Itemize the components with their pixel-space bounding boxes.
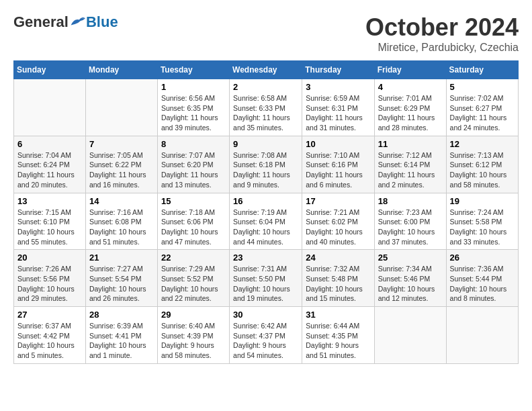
day-info: Sunrise: 6:40 AM Sunset: 4:39 PM Dayligh… [161, 322, 215, 359]
table-row: 1Sunrise: 6:56 AM Sunset: 6:35 PM Daylig… [157, 79, 229, 136]
day-info: Sunrise: 7:08 AM Sunset: 6:18 PM Dayligh… [233, 151, 290, 189]
logo-blue-text: Blue [86, 13, 118, 31]
day-number: 15 [161, 196, 226, 206]
day-info: Sunrise: 7:16 AM Sunset: 6:08 PM Dayligh… [89, 208, 146, 246]
table-row: 20Sunrise: 7:26 AM Sunset: 5:56 PM Dayli… [14, 250, 86, 307]
day-info: Sunrise: 6:42 AM Sunset: 4:37 PM Dayligh… [233, 322, 287, 359]
day-number: 18 [378, 196, 443, 206]
table-row: 12Sunrise: 7:13 AM Sunset: 6:12 PM Dayli… [446, 136, 518, 193]
day-number: 1 [161, 82, 226, 92]
col-monday: Monday [85, 61, 157, 79]
day-number: 31 [306, 310, 370, 320]
day-info: Sunrise: 6:56 AM Sunset: 6:35 PM Dayligh… [161, 94, 218, 132]
day-number: 5 [450, 82, 515, 92]
day-info: Sunrise: 6:39 AM Sunset: 4:41 PM Dayligh… [89, 322, 146, 359]
day-info: Sunrise: 7:05 AM Sunset: 6:22 PM Dayligh… [89, 151, 146, 189]
col-sunday: Sunday [14, 61, 86, 79]
col-friday: Friday [374, 61, 446, 79]
table-row: 11Sunrise: 7:12 AM Sunset: 6:14 PM Dayli… [374, 136, 446, 193]
table-row: 17Sunrise: 7:21 AM Sunset: 6:02 PM Dayli… [302, 193, 374, 250]
day-info: Sunrise: 7:07 AM Sunset: 6:20 PM Dayligh… [161, 151, 218, 189]
day-info: Sunrise: 7:27 AM Sunset: 5:54 PM Dayligh… [89, 265, 146, 302]
table-row: 25Sunrise: 7:34 AM Sunset: 5:46 PM Dayli… [374, 250, 446, 307]
col-wednesday: Wednesday [230, 61, 302, 79]
day-info: Sunrise: 7:19 AM Sunset: 6:04 PM Dayligh… [233, 208, 290, 246]
day-number: 14 [89, 196, 154, 206]
table-row: 26Sunrise: 7:36 AM Sunset: 5:44 PM Dayli… [446, 250, 518, 307]
table-row: 23Sunrise: 7:31 AM Sunset: 5:50 PM Dayli… [230, 250, 302, 307]
logo-general-text: General [13, 13, 69, 31]
day-number: 17 [306, 196, 370, 206]
title-block: October 2024 Miretice, Pardubicky, Czech… [365, 13, 519, 54]
table-row: 30Sunrise: 6:42 AM Sunset: 4:37 PM Dayli… [230, 307, 302, 364]
day-info: Sunrise: 7:21 AM Sunset: 6:02 PM Dayligh… [306, 208, 363, 246]
day-info: Sunrise: 7:36 AM Sunset: 5:44 PM Dayligh… [450, 265, 507, 302]
day-number: 6 [17, 139, 82, 149]
day-number: 26 [450, 253, 515, 263]
day-info: Sunrise: 7:01 AM Sunset: 6:29 PM Dayligh… [378, 94, 435, 132]
table-row: 10Sunrise: 7:10 AM Sunset: 6:16 PM Dayli… [302, 136, 374, 193]
day-info: Sunrise: 6:59 AM Sunset: 6:31 PM Dayligh… [306, 94, 363, 132]
table-row: 8Sunrise: 7:07 AM Sunset: 6:20 PM Daylig… [157, 136, 229, 193]
day-number: 25 [378, 253, 443, 263]
day-number: 3 [306, 82, 370, 92]
day-info: Sunrise: 7:12 AM Sunset: 6:14 PM Dayligh… [378, 151, 435, 189]
day-info: Sunrise: 7:13 AM Sunset: 6:12 PM Dayligh… [450, 151, 507, 189]
calendar-week-row: 27Sunrise: 6:37 AM Sunset: 4:42 PM Dayli… [14, 307, 519, 364]
day-info: Sunrise: 6:37 AM Sunset: 4:42 PM Dayligh… [17, 322, 75, 359]
day-info: Sunrise: 7:15 AM Sunset: 6:10 PM Dayligh… [17, 208, 75, 246]
day-number: 10 [306, 139, 370, 149]
table-row: 19Sunrise: 7:24 AM Sunset: 5:58 PM Dayli… [446, 193, 518, 250]
day-info: Sunrise: 6:44 AM Sunset: 4:35 PM Dayligh… [306, 322, 359, 359]
day-info: Sunrise: 7:29 AM Sunset: 5:52 PM Dayligh… [161, 265, 218, 302]
day-number: 4 [378, 82, 443, 92]
day-info: Sunrise: 7:10 AM Sunset: 6:16 PM Dayligh… [306, 151, 363, 189]
table-row: 22Sunrise: 7:29 AM Sunset: 5:52 PM Dayli… [157, 250, 229, 307]
logo-bird-icon [70, 15, 86, 29]
table-row: 31Sunrise: 6:44 AM Sunset: 4:35 PM Dayli… [302, 307, 374, 364]
calendar-week-row: 13Sunrise: 7:15 AM Sunset: 6:10 PM Dayli… [14, 193, 519, 250]
day-number: 19 [450, 196, 515, 206]
table-row: 3Sunrise: 6:59 AM Sunset: 6:31 PM Daylig… [302, 79, 374, 136]
col-tuesday: Tuesday [157, 61, 229, 79]
day-number: 21 [89, 253, 154, 263]
day-number: 22 [161, 253, 226, 263]
day-info: Sunrise: 7:26 AM Sunset: 5:56 PM Dayligh… [17, 265, 75, 302]
calendar-header-row: Sunday Monday Tuesday Wednesday Thursday… [14, 61, 519, 79]
day-number: 8 [161, 139, 226, 149]
col-saturday: Saturday [446, 61, 518, 79]
location-subtitle: Miretice, Pardubicky, Czechia [365, 42, 519, 54]
day-number: 7 [89, 139, 154, 149]
day-number: 28 [89, 310, 154, 320]
day-number: 9 [233, 139, 298, 149]
table-row: 7Sunrise: 7:05 AM Sunset: 6:22 PM Daylig… [85, 136, 157, 193]
calendar-week-row: 1Sunrise: 6:56 AM Sunset: 6:35 PM Daylig… [14, 79, 519, 136]
day-number: 2 [233, 82, 298, 92]
table-row: 13Sunrise: 7:15 AM Sunset: 6:10 PM Dayli… [14, 193, 86, 250]
day-number: 16 [233, 196, 298, 206]
day-info: Sunrise: 7:04 AM Sunset: 6:24 PM Dayligh… [17, 151, 75, 189]
day-number: 13 [17, 196, 82, 206]
day-number: 27 [17, 310, 82, 320]
day-info: Sunrise: 7:02 AM Sunset: 6:27 PM Dayligh… [450, 94, 507, 132]
table-row [446, 307, 518, 364]
day-number: 11 [378, 139, 443, 149]
day-info: Sunrise: 7:31 AM Sunset: 5:50 PM Dayligh… [233, 265, 290, 302]
table-row: 21Sunrise: 7:27 AM Sunset: 5:54 PM Dayli… [85, 250, 157, 307]
table-row: 2Sunrise: 6:58 AM Sunset: 6:33 PM Daylig… [230, 79, 302, 136]
table-row: 18Sunrise: 7:23 AM Sunset: 6:00 PM Dayli… [374, 193, 446, 250]
calendar-table: Sunday Monday Tuesday Wednesday Thursday… [13, 60, 519, 364]
day-info: Sunrise: 7:24 AM Sunset: 5:58 PM Dayligh… [450, 208, 507, 246]
calendar-week-row: 20Sunrise: 7:26 AM Sunset: 5:56 PM Dayli… [14, 250, 519, 307]
col-thursday: Thursday [302, 61, 374, 79]
day-info: Sunrise: 7:18 AM Sunset: 6:06 PM Dayligh… [161, 208, 218, 246]
day-info: Sunrise: 7:23 AM Sunset: 6:00 PM Dayligh… [378, 208, 435, 246]
day-number: 12 [450, 139, 515, 149]
table-row: 4Sunrise: 7:01 AM Sunset: 6:29 PM Daylig… [374, 79, 446, 136]
month-title: October 2024 [365, 13, 519, 42]
day-number: 29 [161, 310, 226, 320]
table-row: 15Sunrise: 7:18 AM Sunset: 6:06 PM Dayli… [157, 193, 229, 250]
table-row: 6Sunrise: 7:04 AM Sunset: 6:24 PM Daylig… [14, 136, 86, 193]
day-info: Sunrise: 6:58 AM Sunset: 6:33 PM Dayligh… [233, 94, 290, 132]
table-row: 5Sunrise: 7:02 AM Sunset: 6:27 PM Daylig… [446, 79, 518, 136]
